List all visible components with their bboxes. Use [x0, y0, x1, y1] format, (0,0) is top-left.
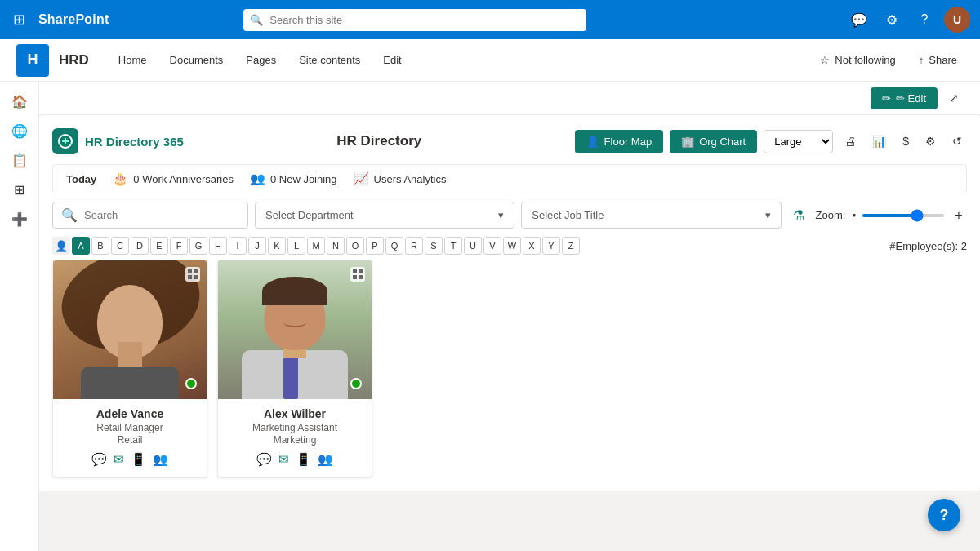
alpha-p-button[interactable]: P	[366, 237, 384, 255]
alpha-y-button[interactable]: Y	[542, 237, 560, 255]
employee-count: #Employee(s): 2	[889, 240, 967, 252]
alpha-m-button[interactable]: M	[307, 237, 325, 255]
help-fab-button[interactable]: ?	[928, 499, 960, 531]
nav-pages[interactable]: Pages	[236, 49, 286, 71]
chat-icon-adele[interactable]: 💬	[91, 452, 107, 467]
new-joining-text: 0 New Joining	[270, 173, 337, 185]
org-chart-button[interactable]: 🏢 Org Chart	[670, 130, 757, 153]
chat-icon-button[interactable]: 💬	[846, 7, 872, 33]
alphabet-row: 👤 A B C D E F G H I J K L M N O P Q R S	[52, 237, 967, 255]
hr-header: HR Directory 365 HR Directory 👤 Floor Ma…	[52, 128, 967, 154]
alpha-t-button[interactable]: T	[444, 237, 462, 255]
size-select[interactable]: Large Medium Small	[764, 130, 833, 153]
today-bar: Today 🎂 0 Work Anniversaries 👥 0 New Joi…	[52, 164, 967, 193]
alpha-people-button[interactable]: 👤	[52, 237, 70, 255]
job-title-select[interactable]: Select Job Title ▾	[521, 202, 781, 229]
edit-button[interactable]: ✏ ✏ Edit	[871, 87, 938, 109]
edit-toolbar: ✏ ✏ Edit ⤢	[39, 82, 980, 115]
sidebar-apps-icon[interactable]: ⊞	[7, 176, 33, 202]
card-actions-adele: 💬 ✉ 📱 👥	[63, 452, 197, 470]
alpha-q-button[interactable]: Q	[385, 237, 403, 255]
sidebar-add-icon[interactable]: ➕	[7, 206, 33, 232]
chevron-down-icon: ▾	[498, 209, 504, 221]
share-button[interactable]: ↑ Share	[912, 51, 964, 69]
help-icon-button[interactable]: ?	[911, 7, 938, 33]
floor-map-button[interactable]: 👤 Floor Map	[575, 130, 664, 153]
card-info-alex: Alex Wilber Marketing Assistant Marketin…	[218, 399, 372, 477]
refresh-button[interactable]: ↺	[947, 130, 967, 153]
zoom-plus-button[interactable]: +	[951, 207, 967, 224]
users-analytics-text: Users Analytics	[374, 173, 447, 185]
alpha-l-button[interactable]: L	[287, 237, 305, 255]
users-analytics-item[interactable]: 📈 Users Analytics	[354, 171, 447, 186]
zoom-slider[interactable]	[862, 214, 944, 217]
nav-home[interactable]: Home	[109, 49, 157, 71]
card-name-adele: Adele Vance	[63, 407, 197, 420]
work-anniversaries-item[interactable]: 🎂 0 Work Anniversaries	[113, 171, 234, 186]
print-button[interactable]: 🖨	[840, 130, 861, 153]
alpha-i-button[interactable]: I	[229, 237, 247, 255]
alpha-b-button[interactable]: B	[91, 237, 109, 255]
alpha-a-button[interactable]: A	[72, 237, 90, 255]
search-input[interactable]	[243, 9, 586, 31]
card-grid-icon-adele[interactable]	[185, 267, 200, 282]
online-status-adele	[185, 378, 197, 389]
alpha-c-button[interactable]: C	[111, 237, 129, 255]
org-icon-adele[interactable]: 👥	[153, 452, 168, 467]
dollar-button[interactable]: $	[898, 130, 914, 153]
avatar[interactable]: U	[944, 7, 970, 33]
alpha-s-button[interactable]: S	[425, 237, 443, 255]
alpha-k-button[interactable]: K	[268, 237, 286, 255]
expand-button[interactable]: ⤢	[944, 87, 964, 109]
phone-icon-alex[interactable]: 📱	[296, 452, 311, 467]
alpha-x-button[interactable]: X	[523, 237, 541, 255]
filter-button[interactable]: ⚗	[788, 202, 809, 228]
not-following-button[interactable]: ☆ Not following	[813, 51, 902, 69]
search-container: 🔍	[243, 9, 586, 31]
nav-edit[interactable]: Edit	[373, 49, 411, 71]
alpha-f-button[interactable]: F	[170, 237, 188, 255]
phone-icon-adele[interactable]: 📱	[131, 452, 146, 467]
site-title: HRD	[59, 52, 89, 69]
filter-row: 🔍 Select Department ▾ Select Job Title ▾…	[52, 202, 967, 229]
alpha-z-button[interactable]: Z	[562, 237, 580, 255]
alpha-o-button[interactable]: O	[346, 237, 364, 255]
card-image-wrapper-adele	[53, 260, 207, 399]
top-nav-actions: 💬 ⚙ ? U	[846, 7, 970, 33]
zoom-label: Zoom:	[816, 209, 846, 221]
card-grid-icon-alex[interactable]	[350, 267, 365, 282]
card-title-alex: Marketing Assistant	[228, 422, 362, 433]
alpha-n-button[interactable]: N	[327, 237, 345, 255]
employee-card-alex: Alex Wilber Marketing Assistant Marketin…	[217, 260, 372, 478]
nav-documents[interactable]: Documents	[160, 49, 234, 71]
star-icon: ☆	[820, 54, 830, 66]
org-icon-alex[interactable]: 👥	[318, 452, 333, 467]
directory-search-input[interactable]	[84, 209, 215, 221]
alpha-u-button[interactable]: U	[464, 237, 482, 255]
chat-icon-alex[interactable]: 💬	[256, 452, 272, 467]
people-icon: 👥	[250, 171, 265, 186]
alpha-w-button[interactable]: W	[503, 237, 521, 255]
nav-site-contents[interactable]: Site contents	[289, 49, 370, 71]
alpha-h-button[interactable]: H	[209, 237, 227, 255]
card-actions-alex: 💬 ✉ 📱 👥	[228, 452, 362, 470]
alpha-r-button[interactable]: R	[405, 237, 423, 255]
alpha-g-button[interactable]: G	[189, 237, 207, 255]
org-chart-icon: 🏢	[681, 136, 694, 148]
alpha-v-button[interactable]: V	[483, 237, 501, 255]
sidebar-news-icon[interactable]: 📋	[7, 147, 33, 173]
cake-icon: 🎂	[113, 171, 128, 186]
new-joining-item[interactable]: 👥 0 New Joining	[250, 171, 337, 186]
alpha-d-button[interactable]: D	[131, 237, 149, 255]
email-icon-alex[interactable]: ✉	[278, 452, 289, 467]
settings-hr-button[interactable]: ⚙	[920, 130, 941, 153]
department-select[interactable]: Select Department ▾	[255, 202, 514, 229]
sidebar-globe-icon[interactable]: 🌐	[7, 118, 33, 144]
waffle-icon[interactable]: ⊞	[10, 7, 29, 32]
export-button[interactable]: 📊	[867, 130, 891, 153]
email-icon-adele[interactable]: ✉	[114, 452, 124, 467]
alpha-e-button[interactable]: E	[150, 237, 168, 255]
alpha-j-button[interactable]: J	[248, 237, 266, 255]
sidebar-home-icon[interactable]: 🏠	[7, 88, 33, 114]
settings-icon-button[interactable]: ⚙	[879, 7, 905, 33]
